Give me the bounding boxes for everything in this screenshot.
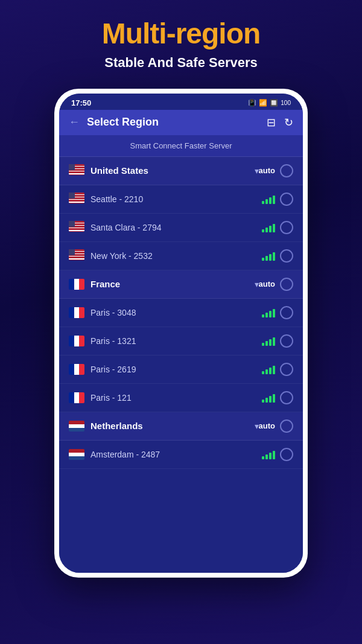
paris-2619-flag-container [69,364,84,375]
us-flag-icon [69,164,84,175]
santa-clara-flag-icon [69,221,84,232]
new-york-server-name: New York - 2532 [91,251,262,261]
fr-flag-container [69,279,84,290]
server-paris-3048[interactable]: Paris - 3048 [59,299,303,327]
amsterdam-flag-container [69,449,84,460]
seattle-flag-icon [69,193,84,203]
top-bar-actions: ⊟ ↻ [267,116,293,129]
hero-subtitle: Stable And Safe Servers [12,55,350,71]
paris-1321-signal-icon [262,336,275,346]
paris-121-server-name: Paris - 121 [91,393,262,403]
netherlands-region-name: Netherlands [91,421,252,431]
paris-3048-signal-icon [262,308,275,317]
us-region-name: United States [91,165,252,176]
status-bar: 17:50 📳 📶 🔲 100 [59,94,303,110]
france-radio-button[interactable] [280,278,293,291]
filter-icon[interactable]: ⊟ [267,116,276,129]
top-bar-title: Select Region [87,116,267,129]
france-auto-label: auto [259,279,275,289]
hero-section: Multi-region Stable And Safe Servers [0,0,362,83]
paris-1321-flag-icon [69,336,84,346]
status-icons: 📳 📶 🔲 100 [248,99,291,107]
new-york-flag-container [69,249,84,263]
paris-3048-radio-button[interactable] [280,306,293,319]
paris-2619-radio-button[interactable] [280,363,293,376]
server-paris-1321[interactable]: Paris - 1321 [59,327,303,355]
netherlands-auto-label: auto [259,421,275,430]
paris-1321-flag-container [69,336,84,346]
battery-label: 100 [281,100,291,106]
refresh-icon[interactable]: ↻ [284,116,293,129]
paris-3048-flag-icon [69,307,84,318]
server-new-york[interactable]: New York - 2532 [59,242,303,270]
vibrate-icon: 📳 [248,99,256,107]
phone-mockup: 17:50 📳 📶 🔲 100 ← Select Region ⊟ ↻ Smar… [54,89,308,578]
region-france-header[interactable]: France ▾ auto [59,270,303,299]
region-netherlands-header[interactable]: Netherlands ▾ auto [59,412,303,441]
us-chevron-icon: ▾ [255,166,259,176]
paris-121-signal-icon [262,393,275,403]
us-flag-container [69,164,84,177]
region-us-header[interactable]: United States ▾ auto [59,157,303,185]
server-santa-clara[interactable]: Santa Clara - 2794 [59,214,303,242]
paris-1321-server-name: Paris - 1321 [91,336,262,346]
fr-flag-icon [69,279,84,290]
amsterdam-server-name: Amsterdam - 2487 [91,450,262,459]
nl-flag-container [69,421,84,432]
new-york-flag-icon [69,249,84,260]
server-list: United States ▾ auto Seattle - 2210 [59,157,303,573]
seattle-radio-button[interactable] [280,193,293,206]
new-york-signal-icon [262,251,275,261]
server-paris-2619[interactable]: Paris - 2619 [59,355,303,384]
paris-121-radio-button[interactable] [280,391,293,404]
paris-2619-flag-icon [69,364,84,375]
phone-screen: 17:50 📳 📶 🔲 100 ← Select Region ⊟ ↻ Smar… [59,94,303,573]
new-york-radio-button[interactable] [280,249,293,263]
amsterdam-signal-icon [262,450,275,459]
paris-2619-server-name: Paris - 2619 [91,365,262,374]
france-region-name: France [91,279,252,289]
amsterdam-flag-icon [69,449,84,460]
netherlands-radio-button[interactable] [280,419,293,433]
server-seattle[interactable]: Seattle - 2210 [59,185,303,214]
paris-121-flag-icon [69,392,84,403]
us-auto-label: auto [259,166,275,175]
server-amsterdam[interactable]: Amsterdam - 2487 [59,441,303,469]
nl-flag-icon [69,421,84,432]
netherlands-chevron-icon: ▾ [255,421,259,431]
top-navigation-bar: ← Select Region ⊟ ↻ [59,110,303,135]
santa-clara-server-name: Santa Clara - 2794 [91,223,262,232]
battery-charging-icon: 🔲 [270,99,278,107]
server-paris-121[interactable]: Paris - 121 [59,384,303,412]
seattle-signal-icon [262,194,275,204]
status-time: 17:50 [71,98,91,107]
hero-title: Multi-region [12,18,350,50]
paris-1321-radio-button[interactable] [280,334,293,348]
france-chevron-icon: ▾ [255,279,259,289]
smart-connect-text: Smart Connect Faster Server [130,141,232,150]
us-radio-button[interactable] [280,164,293,177]
paris-121-flag-container [69,392,84,403]
paris-3048-server-name: Paris - 3048 [91,308,262,317]
paris-2619-signal-icon [262,365,275,374]
back-button[interactable]: ← [69,116,80,129]
seattle-flag-container [69,193,84,206]
smart-connect-banner: Smart Connect Faster Server [59,135,303,157]
wifi-icon: 📶 [259,99,267,107]
seattle-server-name: Seattle - 2210 [91,194,262,204]
amsterdam-radio-button[interactable] [280,448,293,461]
santa-clara-signal-icon [262,223,275,232]
santa-clara-radio-button[interactable] [280,221,293,234]
santa-clara-flag-container [69,221,84,234]
paris-3048-flag-container [69,307,84,318]
